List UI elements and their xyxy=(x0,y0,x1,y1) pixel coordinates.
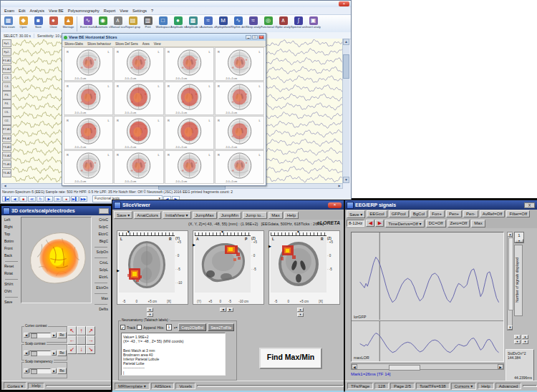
spinner-right-icon[interactable]: ▶ xyxy=(227,308,233,312)
erp-toggle-zero-off[interactable]: Zero=Off xyxy=(448,220,470,227)
close-icon[interactable]: X xyxy=(524,202,535,208)
transport-2-button[interactable]: ■ xyxy=(19,196,27,202)
rotate-[interactable]: ↓ xyxy=(77,345,86,354)
axial-slice-cell[interactable]: R L -5 0 +5 cm xyxy=(114,116,163,150)
cortex-back-button[interactable]: Back xyxy=(2,253,21,260)
status-help[interactable]: Help xyxy=(28,383,44,389)
transport-1-button[interactable]: ◀ xyxy=(11,196,19,202)
cortex-sclpl-button[interactable]: SclpL xyxy=(92,267,110,274)
transport-7-button[interactable]: ● xyxy=(62,196,70,202)
erp-status-page-2-5[interactable]: Page 2/5 xyxy=(390,383,415,389)
scroll-right-icon[interactable]: ▶ xyxy=(337,184,342,188)
slice-image[interactable] xyxy=(271,237,326,293)
toolbar-amplitude-m[interactable]: ●Amplitude m xyxy=(170,15,185,33)
track-checkbox[interactable]: ✓ xyxy=(120,325,125,330)
erp-toggle-timederivs-off[interactable]: TimeDerivs=Off ▾ xyxy=(385,220,424,227)
rotate-[interactable]: ↖ xyxy=(67,326,77,335)
cortex-rotat-button[interactable]: Rotat xyxy=(2,270,21,278)
erp-menu-eegcol[interactable]: EEGcol xyxy=(367,210,387,217)
toolbar-rhythm-dete[interactable]: ∿Rhythm dete xyxy=(231,15,246,33)
erp-menu-gfpcol[interactable]: GFPcol xyxy=(389,210,409,217)
slider-thumb[interactable] xyxy=(31,351,37,356)
erp-status-tfs-page[interactable]: TFs/Page xyxy=(347,383,373,389)
sv-menu-jumpmax[interactable]: JumpMax xyxy=(193,212,217,219)
talairach-report[interactable]: Value= 1.96E+2 (X= -43 , Y= -48 , Z= 55)… xyxy=(121,333,226,376)
find-max-min-button[interactable]: Find Max/Min xyxy=(259,348,322,369)
cortex-top-button[interactable]: Top xyxy=(2,231,21,238)
sagittal-slice-panel[interactable]: ▼ AP(Z)· +5· 0· -5(Y)+50-5-10 cm▶ xyxy=(193,230,264,305)
erp-menu-filter-off[interactable]: Filter=Off xyxy=(506,210,530,217)
close-icon[interactable]: × xyxy=(328,202,342,208)
sliceviewer-titlebar[interactable]: SliceViewer × xyxy=(112,200,344,210)
erp-titlebar[interactable]: EEG/ERP signals X xyxy=(345,200,537,210)
menu-view-be[interactable]: View BE xyxy=(47,9,66,13)
erp-horizontal-scrollbar[interactable]: ◀ ▶ xyxy=(351,363,504,370)
cortex-ovrt-button[interactable]: OVrt xyxy=(2,288,21,295)
axial-slice-cell[interactable]: R L -5 0 +5 cm xyxy=(114,150,163,184)
toolbar-montage[interactable]: ▲Montage xyxy=(61,15,76,33)
axial-slice-cell[interactable]: R L -5 0 +5 cm xyxy=(165,150,214,184)
scroll-up-icon[interactable]: ▲ xyxy=(508,232,513,237)
sv-status-mritemplate[interactable]: MRItemplate ▾ xyxy=(115,383,150,390)
scroll-down-icon[interactable]: ▼ xyxy=(343,177,349,183)
spinner-down-icon[interactable]: ▾ xyxy=(515,239,523,242)
transport-3-button[interactable]: ≪ xyxy=(28,196,36,202)
slider-track[interactable] xyxy=(29,333,51,338)
brain-3d-canvas[interactable] xyxy=(21,217,92,303)
toolbar-save[interactable]: ■Save xyxy=(31,15,46,33)
erp-status-totaltfs-638[interactable]: TotalTFs=638 xyxy=(416,383,450,389)
rotate-[interactable]: ↑ xyxy=(77,326,86,335)
signals-count-spinner[interactable]: 1 ▾ xyxy=(514,232,524,243)
rotate-[interactable]: ← xyxy=(67,335,77,345)
transport-9-button[interactable]: ▶▶ xyxy=(79,196,87,202)
transport-5-button[interactable]: ▶ xyxy=(45,196,53,202)
slices-titlebar[interactable]: View BE Horizontal Slices ▁□× xyxy=(62,34,266,41)
hits-spinner[interactable]: 1 xyxy=(166,324,173,330)
erp-menu-bgcol[interactable]: BgCol xyxy=(410,210,427,217)
sv-status-voxels[interactable]: Voxels xyxy=(175,383,195,389)
eeg-vertical-scrollbar[interactable]: ▲ ▼ xyxy=(342,39,349,183)
slice-ruler[interactable]: ▼ xyxy=(119,231,175,236)
erp-status-advanced[interactable]: Advanced xyxy=(495,383,522,389)
erp-toggle-max[interactable]: Max xyxy=(471,220,485,227)
axial-slice-cell[interactable]: R L -5 0 +5 cm xyxy=(64,150,113,184)
cortex-right-button[interactable]: Right xyxy=(2,224,21,231)
cortex-reset-button[interactable]: Reset xyxy=(2,263,21,270)
spinner-up-icon[interactable]: ▲ xyxy=(147,308,153,312)
toolbar-automatic-s[interactable]: ◉Automatic s xyxy=(95,15,110,33)
slider-right-icon[interactable]: ▶ xyxy=(52,351,57,356)
slider-left-icon[interactable]: ◀ xyxy=(24,368,29,373)
slices-menu-slices-behaviour[interactable]: Slices behaviour xyxy=(85,42,113,46)
spinner-down-icon[interactable]: ▼ xyxy=(297,313,304,317)
menu-settings[interactable]: Settings xyxy=(130,9,149,13)
axial-slice-cell[interactable]: R L -5 0 +5 cm xyxy=(64,47,113,81)
toolbar-report-grap[interactable]: ▤Report grap xyxy=(125,15,140,33)
slider-right-icon[interactable]: ▶ xyxy=(52,333,57,338)
cortex-sclpc-button[interactable]: SclpC xyxy=(92,224,110,231)
minimize-icon[interactable]: ▁ xyxy=(246,35,251,39)
rotate-[interactable]: ↙ xyxy=(67,345,77,354)
rotate-[interactable]: → xyxy=(86,335,95,345)
scale-down-icon[interactable]: ▼ xyxy=(514,340,521,344)
axial-slice-cell[interactable]: R L -5 0 +5 cm xyxy=(165,82,214,115)
spinner-left-icon[interactable]: ◀ xyxy=(220,308,226,312)
copy-to-clipboard-button[interactable]: Copy2ClipBrd xyxy=(178,323,206,331)
cortex-left-button[interactable]: Left xyxy=(2,217,21,224)
toolbar-close[interactable]: ●Close xyxy=(46,15,61,33)
sv-menu-max[interactable]: Max xyxy=(268,212,282,219)
rotate-[interactable]: ↘ xyxy=(86,345,95,354)
toolbar-functional-t[interactable]: ◎Functional t xyxy=(261,15,276,33)
slider-track[interactable] xyxy=(29,351,51,356)
cortex-elctrl-button[interactable]: ElctrL xyxy=(92,274,110,281)
restore-icon[interactable] xyxy=(99,208,109,214)
toolbar-spike-analys[interactable]: ∧Spike analys xyxy=(276,15,291,33)
sv-menu-initialview[interactable]: InitialView ▾ xyxy=(163,211,191,219)
erp-status-help[interactable]: Help xyxy=(478,383,493,389)
cortex-sclpon-button[interactable]: SclpOn xyxy=(92,249,110,256)
scale-down-icon[interactable]: ▼ xyxy=(522,340,528,344)
append-checkbox[interactable] xyxy=(137,325,142,330)
slices-menu-slices-slabs[interactable]: Slices+Slabs xyxy=(62,42,85,46)
axial-slice-cell[interactable]: R L -5 0 +5 cm xyxy=(114,47,163,81)
slices-menu-view[interactable]: View xyxy=(152,42,163,46)
scroll-thumb[interactable] xyxy=(508,237,513,310)
